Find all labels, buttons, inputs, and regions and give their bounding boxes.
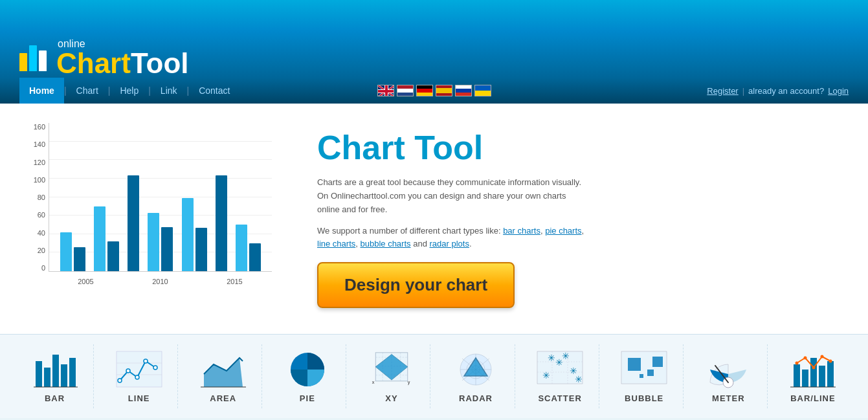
register-link[interactable]: Register [707,86,738,96]
logo: online ChartTool [19,39,189,78]
svg-text:✳: ✳ [542,370,550,381]
chart-type-scatter[interactable]: ✳ ✳ ✳ ✳ ✳ ✳ SCATTER [522,344,599,408]
logo-bar-2 [29,45,37,71]
chart-type-barline[interactable]: BAR/LINE [774,344,852,408]
nav-home[interactable]: Home [19,78,64,104]
scatter-chart-icon: ✳ ✳ ✳ ✳ ✳ ✳ [537,349,583,388]
bar-6-dark [216,175,227,271]
bar-group-4 [148,213,173,271]
svg-point-70 [820,355,823,358]
chart-type-bubble[interactable]: BUBBLE [606,344,684,408]
bar-group-1 [60,232,85,271]
svg-rect-11 [52,355,59,387]
logo-bar-3 [39,50,47,71]
chart-type-line[interactable]: LINE [100,344,178,408]
bar-group-5 [182,198,207,271]
svg-text:y: y [408,379,410,385]
svg-rect-58 [652,357,663,367]
flag-de[interactable] [416,85,433,96]
logo-chart-part: Chart [56,47,131,79]
flag-es[interactable] [436,85,452,96]
x-label-2005: 2005 [78,278,93,285]
nav-auth: Register | already an account? Login [707,86,849,96]
nav-links: Home | Chart | Help | Link | Contact [19,78,707,104]
radar-chart-icon [453,349,498,388]
hero-desc-2: We support a number of different chart t… [317,225,589,252]
nav-bar: Home | Chart | Help | Link | Contact Reg… [0,78,868,104]
line-chart-icon [117,349,162,388]
svg-point-67 [795,361,798,364]
bar-2-dark [107,241,119,271]
design-chart-button[interactable]: Design your chart [317,262,515,308]
nav-contact[interactable]: Contact [189,78,239,104]
link-radar-plots[interactable]: radar plots [430,239,469,249]
nav-link[interactable]: Link [151,78,187,104]
x-label-2015: 2015 [227,278,242,285]
y-label-0: 0 [41,264,45,272]
svg-text:✳: ✳ [548,353,555,363]
chart-type-xy[interactable]: x y XY [353,344,430,408]
xy-label: XY [385,393,397,403]
svg-rect-13 [69,358,76,387]
bar-1-dark [74,247,85,271]
content-right: Chart Tool Charts are a great tool becau… [317,116,849,321]
logo-bar-1 [19,53,27,71]
flag-uk[interactable] [377,85,394,96]
login-link[interactable]: Login [828,86,849,96]
flag-ru[interactable] [455,85,472,96]
svg-rect-9 [36,361,42,387]
svg-point-68 [803,356,807,359]
nav-chart[interactable]: Chart [67,78,108,104]
bar-label: BAR [45,393,65,403]
bar-5-light [182,198,194,271]
bar-group-7 [236,225,261,271]
bar-4-light [148,213,159,271]
svg-rect-63 [802,370,808,387]
radar-label: RADAR [459,393,493,403]
svg-rect-64 [810,358,817,387]
svg-rect-57 [647,370,654,376]
svg-text:✳: ✳ [562,351,570,361]
svg-point-22 [153,366,157,370]
y-label-140: 140 [34,140,45,148]
meter-chart-icon [706,349,751,388]
link-bar-charts[interactable]: bar charts [503,226,540,236]
chart-type-radar[interactable]: RADAR [438,344,515,408]
bar-group-2 [94,206,119,271]
link-bubble-charts[interactable]: bubble charts [360,239,410,249]
svg-rect-12 [61,364,67,387]
svg-rect-66 [827,361,834,387]
svg-point-19 [126,369,130,373]
chart-type-pie[interactable]: PIE [269,344,346,408]
flag-nl[interactable] [397,85,414,96]
bars-container [49,123,272,271]
header: online ChartTool [0,0,868,78]
scatter-label: SCATTER [538,393,581,403]
svg-rect-59 [640,374,643,378]
nav-auth-sep: | [742,86,744,96]
bar-group-6 [216,175,227,271]
svg-text:✳: ✳ [575,374,583,384]
chart-type-area[interactable]: AREA [184,344,262,408]
main-content: 160 140 120 100 80 60 40 20 0 [0,104,868,334]
bubble-label: BUBBLE [625,393,663,403]
nav-help[interactable]: Help [110,78,148,104]
svg-point-18 [118,379,122,382]
barline-label: BAR/LINE [790,393,835,403]
flag-ua[interactable] [474,85,491,96]
svg-rect-8 [378,90,394,93]
svg-point-69 [812,366,815,369]
y-label-60: 60 [38,211,45,219]
svg-rect-62 [794,364,800,387]
bar-4-dark [161,227,173,271]
y-label-80: 80 [38,193,45,201]
chart-type-meter[interactable]: METER [690,344,768,408]
chart-type-bar[interactable]: BAR [16,344,94,408]
barline-chart-icon [790,349,836,388]
svg-marker-23 [204,358,243,387]
link-line-charts[interactable]: line charts [317,239,355,249]
nav-flags [377,85,491,96]
bar-7-light [236,225,247,271]
link-pie-charts[interactable]: pie charts [545,226,581,236]
bar-chart-icon [32,349,78,388]
